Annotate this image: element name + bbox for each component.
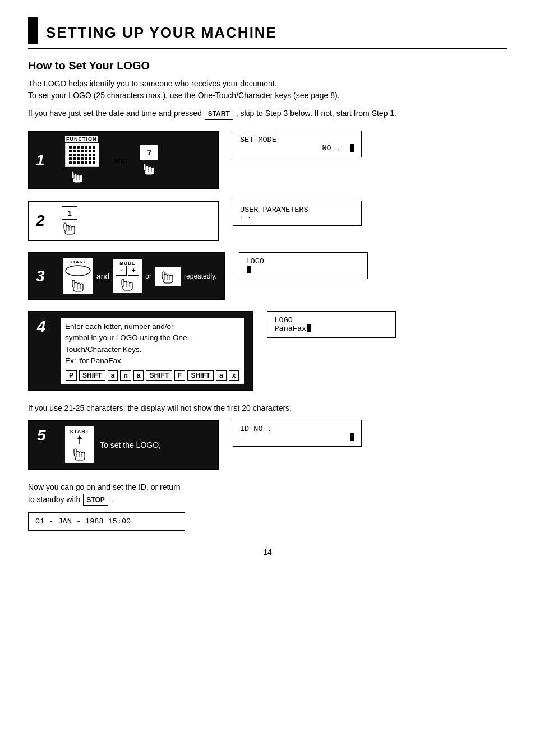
- step-4-box: 4 Enter each letter, number and/or symbo…: [28, 311, 253, 391]
- key-a-1: a: [108, 370, 118, 381]
- outro-paragraph: Now you can go on and set the ID, or ret…: [28, 481, 507, 507]
- key-a-2: a: [133, 370, 144, 381]
- start-arrow-up: [71, 434, 88, 446]
- step3-display-cursor: [246, 266, 361, 274]
- mode-plus-key: +: [128, 266, 139, 276]
- step-3-box: 3 START and MODE -: [28, 252, 225, 300]
- mode-label-step3: MODE: [119, 261, 135, 266]
- cursor-step5: [350, 433, 354, 441]
- info-text-21-25: If you use 21-25 characters, the display…: [28, 402, 507, 414]
- or-text-step3: or: [145, 272, 151, 280]
- step1-display-line1: SET MODE: [240, 136, 354, 144]
- key-7-box: 7: [140, 145, 159, 160]
- header-accent-bar: [28, 17, 38, 44]
- hand-icon-step3c: [158, 268, 178, 284]
- step-2-box: 2 1: [28, 201, 219, 241]
- step1-display-line2: NO . =: [240, 144, 354, 152]
- repeatedly-text: repeatedly.: [184, 272, 216, 280]
- page-header: SETTING UP YOUR MACHINE: [28, 17, 507, 49]
- hand-icon-step3a: [68, 277, 88, 293]
- intro-paragraph-2: If you have just set the date and time a…: [28, 107, 507, 120]
- start-key-icon: [64, 265, 91, 277]
- key-SHIFT-3: SHIFT: [187, 370, 214, 381]
- and-text-step1: and: [114, 156, 127, 165]
- step-5-row: 5 START To set the LOGO, ID NO .: [28, 420, 507, 470]
- step3-display-line1: LOGO: [246, 257, 361, 266]
- start-key-label-step3: START: [69, 259, 86, 265]
- step4-text2: symbol in your LOGO using the One-: [65, 332, 239, 344]
- key-a-3: a: [216, 370, 227, 381]
- step-5-number: 5: [37, 426, 54, 444]
- step-5-displays: ID NO .: [233, 420, 362, 447]
- step5-display-id-cursor: [240, 433, 354, 442]
- hand-icon-step5: [70, 446, 90, 461]
- key-SHIFT-1: SHIFT: [79, 370, 105, 381]
- step4-text1: Enter each letter, number and/or: [65, 321, 239, 332]
- key-SHIFT-2: SHIFT: [146, 370, 172, 381]
- cursor-step4: [307, 324, 311, 332]
- step-2-row: 2 1 USER PARAMETERS · ·: [28, 201, 507, 241]
- section-title: How to Set Your LOGO: [28, 59, 507, 72]
- step-2-display: USER PARAMETERS · ·: [233, 201, 362, 226]
- step-5-id-display: ID NO .: [233, 420, 362, 447]
- key-x: x: [229, 370, 239, 381]
- key-P: P: [66, 370, 77, 381]
- step-1-row: 1 FUNCTION: [28, 131, 507, 189]
- step-3-number: 3: [36, 267, 53, 285]
- step5-to-set-text: To set the LOGO,: [100, 440, 161, 449]
- step-4-display: LOGO PanaFax: [267, 311, 396, 338]
- step4-display-line1: LOGO: [274, 316, 389, 324]
- step-1-number: 1: [36, 151, 53, 169]
- hand-icon-step1a: [67, 168, 87, 184]
- mode-minus-key: -: [116, 266, 127, 276]
- page-title: SETTING UP YOUR MACHINE: [46, 24, 277, 44]
- step4-text4: Ex: ‘for PanaFax: [65, 355, 239, 367]
- start-key-label-step5: START: [70, 429, 89, 434]
- standby-display-line1: 01 - JAN - 1988 15:00: [35, 517, 178, 526]
- intro-paragraph-1: The LOGO helps identify you to someone w…: [28, 78, 507, 101]
- step4-display-line2: PanaFax: [274, 324, 389, 333]
- stop-key-inline: STOP: [83, 494, 108, 506]
- step-1-display: SET MODE NO . =: [233, 131, 362, 157]
- key-1-box: 1: [62, 206, 77, 220]
- step-3-display: LOGO: [239, 252, 368, 279]
- step-2-number: 2: [36, 212, 53, 230]
- step-4-number: 4: [37, 318, 54, 336]
- cursor-step1: [350, 144, 354, 152]
- step-4-row: 4 Enter each letter, number and/or symbo…: [28, 311, 507, 391]
- svg-marker-19: [77, 435, 82, 439]
- step5-display-id-line1: ID NO .: [240, 425, 354, 433]
- step2-display-line1: USER PARAMETERS: [240, 206, 354, 214]
- step4-keys-row: P SHIFT a n a SHIFT F SHIFT a x: [65, 370, 239, 381]
- start-key-inline: START: [205, 108, 233, 120]
- cursor-step3: [247, 266, 251, 273]
- steps-area: 1 FUNCTION: [28, 131, 507, 391]
- function-label: FUNCTION: [65, 136, 98, 142]
- step4-text3: Touch/Character Keys.: [65, 344, 239, 355]
- key-F: F: [174, 370, 185, 381]
- step2-display-dots: · ·: [240, 214, 354, 221]
- step-3-row: 3 START and MODE -: [28, 252, 507, 300]
- hand-icon-step2: [59, 220, 80, 235]
- svg-point-9: [66, 266, 90, 276]
- page-number: 14: [28, 548, 507, 556]
- hand-icon-step3b: [117, 276, 137, 291]
- standby-display: 01 - JAN - 1988 15:00: [28, 512, 185, 531]
- step-5-box: 5 START To set the LOGO,: [28, 420, 219, 470]
- step-1-box: 1 FUNCTION: [28, 131, 219, 189]
- and-text-step3: and: [96, 272, 109, 281]
- hand-icon-step1b: [139, 160, 159, 176]
- key-n: n: [120, 370, 131, 381]
